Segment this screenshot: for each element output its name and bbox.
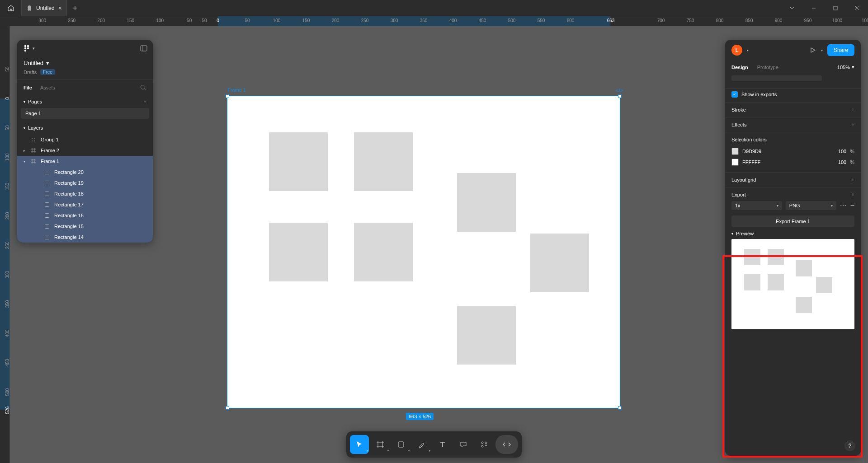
layer-item[interactable]: Group 1 — [17, 134, 153, 145]
actions-tool[interactable] — [475, 435, 494, 454]
svg-rect-17 — [45, 224, 49, 229]
dimensions-label: 663 × 526 — [406, 413, 434, 420]
svg-rect-18 — [45, 235, 49, 239]
present-button[interactable] — [809, 47, 816, 54]
layer-name: Rectangle 20 — [54, 169, 84, 175]
svg-point-7 — [141, 85, 145, 89]
panel-toggle-icon[interactable] — [140, 45, 147, 52]
chevron-down-icon[interactable]: ▾ — [821, 48, 823, 52]
layer-item[interactable]: ▾Frame 1 — [17, 156, 153, 167]
tab-assets[interactable]: Assets — [40, 85, 55, 90]
add-page-icon[interactable]: + — [144, 99, 146, 104]
layout-grid-label: Layout grid — [731, 177, 756, 182]
show-exports-label: Show in exports — [741, 92, 777, 97]
remove-export-icon[interactable]: − — [850, 201, 854, 210]
tab-prototype[interactable]: Prototype — [757, 65, 778, 70]
toolbar: ▾ ▾ ▾ ▾ — [346, 431, 522, 458]
search-icon[interactable] — [140, 84, 146, 91]
frame-icon — [31, 148, 37, 153]
chevron-down-icon[interactable]: ▾ — [747, 48, 749, 52]
tab-file[interactable]: File — [24, 85, 32, 90]
dev-mode-toggle[interactable] — [495, 435, 518, 454]
svg-point-3 — [24, 47, 26, 49]
svg-rect-15 — [45, 203, 49, 207]
add-grid-icon[interactable]: + — [852, 177, 854, 182]
minimize-button[interactable] — [803, 0, 825, 16]
pen-tool[interactable]: ▾ — [412, 435, 431, 454]
layers-panel: ▾ Untitled ▾ Drafts Free File Assets ▾ P… — [17, 40, 153, 243]
color-row[interactable]: FFFFFF100% — [731, 157, 854, 168]
tab-design[interactable]: Design — [731, 65, 748, 70]
chevron-down-icon[interactable]: ▾ — [731, 232, 733, 236]
close-tab-icon[interactable]: × — [58, 5, 62, 12]
avatar[interactable]: L — [731, 45, 742, 56]
pages-label[interactable]: Pages — [28, 99, 42, 104]
selection-colors-label: Selection colors — [731, 137, 767, 142]
new-tab-button[interactable]: + — [67, 4, 83, 12]
rectangle[interactable] — [457, 306, 516, 365]
file-tab[interactable]: Untitled × — [22, 0, 67, 16]
export-button[interactable]: Export Frame 1 — [731, 215, 854, 227]
main-menu-button[interactable]: ▾ — [23, 44, 35, 52]
layer-item[interactable]: Rectangle 20 — [17, 167, 153, 178]
layer-item[interactable]: Rectangle 14 — [17, 232, 153, 243]
color-opacity[interactable]: 100 — [833, 149, 846, 154]
rectangle[interactable] — [354, 132, 413, 191]
svg-rect-16 — [45, 214, 49, 218]
rectangle[interactable] — [269, 223, 328, 281]
document-title[interactable]: Untitled — [24, 60, 43, 66]
layer-item[interactable]: Rectangle 17 — [17, 199, 153, 210]
color-row[interactable]: D9D9D9100% — [731, 146, 854, 157]
rectangle[interactable] — [354, 223, 413, 281]
show-exports-checkbox[interactable]: ✓ — [731, 91, 738, 98]
layer-name: Frame 1 — [41, 159, 59, 164]
layer-item[interactable]: ▸Frame 2 — [17, 145, 153, 156]
svg-rect-6 — [141, 46, 147, 51]
frame-code-icon[interactable]: </> — [616, 88, 623, 93]
layer-item[interactable]: Rectangle 15 — [17, 221, 153, 232]
zoom-control[interactable]: 105% ▾ — [837, 64, 854, 70]
export-scale-select[interactable]: 1x▾ — [731, 201, 782, 210]
rectangle[interactable] — [269, 132, 328, 191]
add-stroke-icon[interactable]: + — [852, 107, 854, 112]
text-tool[interactable] — [433, 435, 452, 454]
rectangle[interactable] — [457, 173, 516, 232]
drafts-label[interactable]: Drafts — [24, 70, 37, 75]
chevron-down-icon[interactable]: ▾ — [46, 60, 49, 66]
chevron-down-icon[interactable]: ▾ — [24, 100, 25, 104]
color-hex[interactable]: FFFFFF — [742, 159, 829, 165]
export-format-select[interactable]: PNG▾ — [786, 201, 836, 210]
layer-item[interactable]: Rectangle 16 — [17, 210, 153, 221]
comment-tool[interactable] — [454, 435, 473, 454]
page-item[interactable]: Page 1 — [21, 108, 149, 119]
home-button[interactable] — [0, 0, 22, 16]
stroke-label: Stroke — [731, 107, 746, 112]
layer-item[interactable]: Rectangle 19 — [17, 178, 153, 188]
add-effect-icon[interactable]: + — [852, 122, 854, 127]
preview-label: Preview — [736, 231, 754, 236]
add-export-icon[interactable]: + — [852, 192, 854, 197]
export-options-icon[interactable]: ⋯ — [840, 202, 847, 209]
share-button[interactable]: Share — [827, 44, 854, 56]
color-hex[interactable]: D9D9D9 — [742, 149, 829, 154]
help-button[interactable]: ? — [844, 440, 855, 451]
rectangle[interactable] — [530, 234, 589, 292]
svg-point-22 — [481, 445, 483, 447]
rect-icon — [44, 234, 51, 240]
frame-1[interactable] — [227, 96, 620, 408]
frame-tool[interactable]: ▾ — [371, 435, 390, 454]
layer-item[interactable]: Rectangle 18 — [17, 188, 153, 199]
maximize-button[interactable] — [825, 0, 846, 16]
layer-name: Rectangle 15 — [54, 224, 84, 229]
close-window-button[interactable] — [846, 0, 868, 16]
color-opacity[interactable]: 100 — [833, 159, 846, 165]
layers-label[interactable]: Layers — [28, 125, 43, 131]
move-tool[interactable]: ▾ — [350, 435, 369, 454]
color-swatch[interactable] — [731, 159, 739, 166]
chevron-down-icon[interactable]: ▾ — [24, 126, 25, 130]
color-swatch[interactable] — [731, 148, 739, 155]
frame-label[interactable]: Frame 1 — [227, 87, 246, 93]
shape-tool[interactable]: ▾ — [392, 435, 410, 454]
svg-rect-13 — [45, 181, 49, 185]
dropdown-button[interactable] — [781, 0, 803, 16]
